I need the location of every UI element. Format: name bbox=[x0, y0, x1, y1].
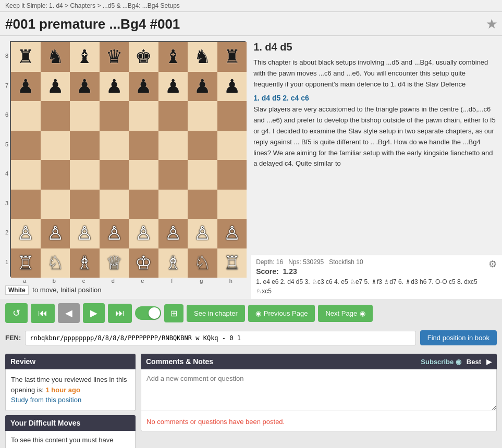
next-move-button[interactable]: ▶ bbox=[83, 303, 105, 323]
toggle-knob bbox=[149, 307, 160, 319]
board-cell-d2[interactable]: ♙ bbox=[100, 219, 129, 248]
board-cell-a7[interactable]: ♟ bbox=[11, 72, 41, 102]
rank-label-1: 1 bbox=[5, 247, 8, 277]
prev-move-button[interactable]: ◀ bbox=[58, 303, 80, 323]
move-line-1[interactable]: 1. d4 d5 2. c4 c6 bbox=[253, 94, 497, 102]
status-text: to move, Initial position bbox=[32, 286, 101, 294]
board-cell-c8[interactable]: ♝ bbox=[70, 42, 100, 72]
board-cell-c4[interactable] bbox=[70, 160, 100, 190]
file-c: c bbox=[69, 278, 99, 284]
board-cell-e8[interactable]: ♚ bbox=[129, 42, 158, 72]
prev-page-icon: ◉ bbox=[255, 309, 261, 317]
board-cell-c1[interactable]: ♗ bbox=[70, 248, 100, 278]
chess-board[interactable]: ♜♞♝♛♚♝♞♜♟♟♟♟♟♟♟♟♙♙♙♙♙♙♙♙♖♘♗♕♔♗♘♖ bbox=[10, 41, 246, 277]
board-cell-g6[interactable] bbox=[188, 101, 217, 131]
board-cell-a4[interactable] bbox=[11, 160, 41, 190]
board-cell-b4[interactable] bbox=[41, 160, 70, 190]
board-section: 8 7 6 5 4 3 2 1 ♜♞♝♛♚♝♞♜♟♟♟♟♟♟♟♟♙♙♙♙♙♙♙♙… bbox=[0, 36, 251, 299]
board-cell-f8[interactable]: ♝ bbox=[158, 42, 188, 72]
board-cell-b1[interactable]: ♘ bbox=[41, 248, 70, 278]
board-cell-c7[interactable]: ♟ bbox=[70, 72, 100, 102]
board-cell-g3[interactable] bbox=[188, 190, 217, 219]
board-icon-button[interactable]: ⊞ bbox=[164, 304, 183, 322]
board-cell-f7[interactable]: ♟ bbox=[158, 72, 188, 102]
board-cell-d4[interactable] bbox=[100, 160, 129, 190]
board-cell-h3[interactable] bbox=[217, 190, 247, 219]
review-body: The last time you reviewed lines in this… bbox=[5, 369, 136, 411]
start-button[interactable]: ⏮ bbox=[31, 304, 55, 323]
board-cell-g7[interactable]: ♟ bbox=[188, 72, 217, 102]
board-cell-g2[interactable]: ♙ bbox=[188, 219, 217, 248]
board-cell-h1[interactable]: ♖ bbox=[217, 248, 247, 278]
mode-toggle[interactable] bbox=[135, 306, 161, 320]
board-cell-h7[interactable]: ♟ bbox=[217, 72, 247, 102]
board-cell-e5[interactable] bbox=[129, 131, 158, 160]
previous-page-button[interactable]: ◉ Previous Page bbox=[248, 305, 315, 322]
board-cell-a1[interactable]: ♖ bbox=[11, 248, 41, 278]
board-cell-f6[interactable] bbox=[158, 101, 188, 131]
board-cell-f5[interactable] bbox=[158, 131, 188, 160]
board-cell-c6[interactable] bbox=[70, 101, 100, 131]
next-page-button[interactable]: Next Page ◉ bbox=[318, 305, 373, 322]
board-cell-h6[interactable] bbox=[217, 101, 247, 131]
board-cell-a2[interactable]: ♙ bbox=[11, 219, 41, 248]
engine-settings-button[interactable]: ⚙ bbox=[488, 258, 497, 270]
board-cell-g1[interactable]: ♘ bbox=[188, 248, 217, 278]
board-cell-a8[interactable]: ♜ bbox=[11, 42, 41, 72]
board-cell-d5[interactable] bbox=[100, 131, 129, 160]
board-cell-h2[interactable]: ♙ bbox=[217, 219, 247, 248]
bookmark-icon[interactable]: ★ bbox=[486, 18, 497, 31]
board-cell-b3[interactable] bbox=[41, 190, 70, 219]
board-cell-h8[interactable]: ♜ bbox=[217, 42, 247, 72]
board-cell-e3[interactable] bbox=[129, 190, 158, 219]
fen-input[interactable] bbox=[25, 331, 415, 345]
file-h: h bbox=[216, 278, 246, 284]
board-cell-a6[interactable] bbox=[11, 101, 41, 131]
review-time: 1 hour ago bbox=[46, 386, 80, 394]
board-cell-d7[interactable]: ♟ bbox=[100, 72, 129, 102]
board-cell-g8[interactable]: ♞ bbox=[188, 42, 217, 72]
board-cell-e4[interactable] bbox=[129, 160, 158, 190]
toggle-switch[interactable] bbox=[135, 306, 161, 320]
subscribe-link[interactable]: Subscribe ◉ bbox=[421, 358, 461, 366]
board-cell-c2[interactable]: ♙ bbox=[70, 219, 100, 248]
board-cell-d1[interactable]: ♕ bbox=[100, 248, 129, 278]
board-cell-b6[interactable] bbox=[41, 101, 70, 131]
best-label: Best bbox=[467, 358, 481, 366]
comments-title: Comments & Notes bbox=[146, 357, 213, 366]
board-cell-b8[interactable]: ♞ bbox=[41, 42, 70, 72]
board-cell-a3[interactable] bbox=[11, 190, 41, 219]
fen-label: FEN: bbox=[5, 334, 21, 342]
board-cell-b2[interactable]: ♙ bbox=[41, 219, 70, 248]
board-cell-c3[interactable] bbox=[70, 190, 100, 219]
board-cell-a5[interactable] bbox=[11, 131, 41, 160]
board-cell-h4[interactable] bbox=[217, 160, 247, 190]
board-cell-g5[interactable] bbox=[188, 131, 217, 160]
board-cell-h5[interactable] bbox=[217, 131, 247, 160]
reset-button[interactable]: ↺ bbox=[5, 303, 28, 323]
board-cell-e1[interactable]: ♔ bbox=[129, 248, 158, 278]
see-in-chapter-button[interactable]: See in chapter bbox=[187, 305, 245, 322]
review-header: Review bbox=[5, 354, 136, 369]
find-position-button[interactable]: Find position in book bbox=[420, 330, 497, 345]
board-cell-e6[interactable] bbox=[129, 101, 158, 131]
board-cell-f1[interactable]: ♗ bbox=[158, 248, 188, 278]
board-cell-f2[interactable]: ♙ bbox=[158, 219, 188, 248]
end-button[interactable]: ⏭ bbox=[108, 304, 132, 323]
comment-input[interactable] bbox=[141, 369, 496, 411]
board-cell-b7[interactable]: ♟ bbox=[41, 72, 70, 102]
right-panel: 1. d4 d5 This chapter is about black set… bbox=[251, 36, 502, 299]
board-cell-d3[interactable] bbox=[100, 190, 129, 219]
board-cell-d8[interactable]: ♛ bbox=[100, 42, 129, 72]
study-link[interactable]: Study from this position bbox=[11, 396, 81, 404]
board-cell-f3[interactable] bbox=[158, 190, 188, 219]
prev-page-label: Previous Page bbox=[264, 309, 308, 317]
board-cell-g4[interactable] bbox=[188, 160, 217, 190]
board-cell-b5[interactable] bbox=[41, 131, 70, 160]
difficult-body: To see this content you must have bbox=[5, 431, 136, 449]
board-cell-c5[interactable] bbox=[70, 131, 100, 160]
board-cell-e2[interactable]: ♙ bbox=[129, 219, 158, 248]
board-cell-e7[interactable]: ♟ bbox=[129, 72, 158, 102]
board-cell-f4[interactable] bbox=[158, 160, 188, 190]
board-cell-d6[interactable] bbox=[100, 101, 129, 131]
